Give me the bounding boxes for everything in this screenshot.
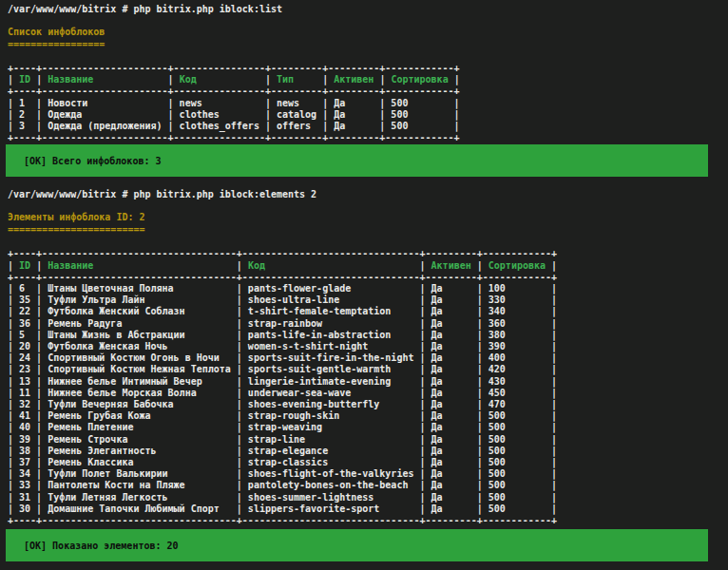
command-line-iblock-list: /var/www/www/bitrix # php bitrix.php ibl… [8, 3, 728, 15]
iblock-list-table: +----+----------------------+-----------… [8, 63, 728, 143]
iblock-elements-table: +----+----------------------------------… [8, 248, 728, 526]
success-bar-text-2: [OK] Показано элементов: 20 [24, 540, 179, 552]
success-bar-iblock-count: [OK] Всего инфоблоков: 3 [6, 144, 708, 177]
section-title-iblock-elements: Элементы инфоблока ID: 2 [8, 211, 728, 223]
section-title-iblock-list: Список инфоблоков [8, 26, 728, 38]
terminal-screen[interactable]: /var/www/www/bitrix # php bitrix.php ibl… [0, 0, 728, 570]
success-bar-text-1: [OK] Всего инфоблоков: 3 [24, 155, 162, 167]
success-bar-elements-count: [OK] Показано элементов: 20 [6, 529, 708, 561]
section-underline-2: ======================== [8, 223, 728, 236]
command-line-iblock-elements: /var/www/www/bitrix # php bitrix.php ibl… [8, 188, 728, 200]
section-underline-1: ================= [8, 38, 728, 50]
